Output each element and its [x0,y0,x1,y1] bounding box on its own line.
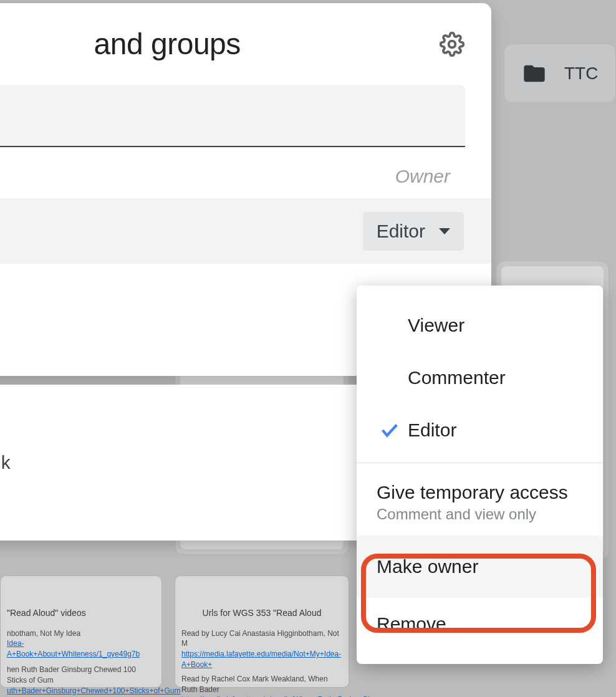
link-description: open with this link [0,452,11,473]
menu-item-temporary-access[interactable]: Give temporary access Comment and view o… [357,469,603,536]
role-dropdown[interactable]: Editor [363,212,464,251]
gear-icon [440,32,464,57]
menu-item-viewer[interactable]: Viewer [357,299,603,352]
role-dropdown-label: Editor [377,221,425,242]
owner-row: Owner [0,147,491,198]
collaborator-row: Editor [0,198,491,264]
menu-item-subtitle: Comment and view only [377,506,536,523]
chevron-down-icon [439,228,450,234]
settings-button[interactable] [439,31,465,57]
check-icon [377,420,403,441]
menu-divider [357,463,603,463]
share-dialog-title: Share with people and groups [0,27,241,61]
menu-item-commenter[interactable]: Commenter [357,352,603,404]
svg-point-0 [449,41,456,47]
role-menu: Viewer Commenter Editor Give temporary a… [357,286,603,664]
menu-item-remove[interactable]: Remove [357,598,603,650]
add-people-input[interactable] [0,85,465,147]
menu-item-make-owner[interactable]: Make owner [357,536,603,598]
menu-item-editor[interactable]: Editor [357,404,603,456]
owner-role-label: Owner [395,166,450,187]
